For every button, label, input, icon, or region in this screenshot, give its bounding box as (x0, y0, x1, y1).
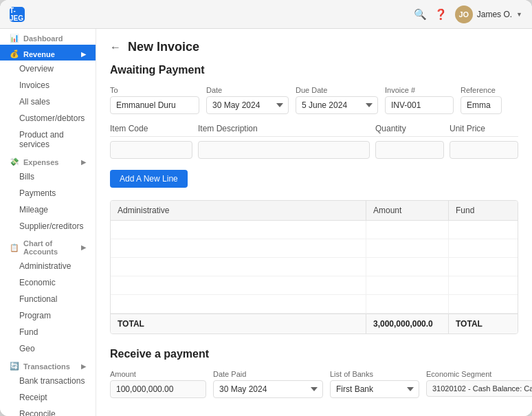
date-paid-col: Date Paid 30 May 2024 (213, 370, 323, 398)
sidebar-sub-invoices[interactable]: Invoices (0, 77, 96, 94)
sidebar-sub-program[interactable]: Program (0, 307, 96, 324)
table-row (110, 141, 518, 159)
sidebar: 📊 Dashboard 💰 Revenue ▶ Overview Invoice… (0, 29, 96, 416)
receive-payment-title: Receive a payment (110, 348, 518, 360)
date-paid-label: Date Paid (213, 370, 323, 378)
sidebar-sub-administrative[interactable]: Administrative (0, 258, 96, 274)
sidebar-sub-functional[interactable]: Functional (0, 291, 96, 307)
admin-row (111, 221, 518, 239)
admin-cell-3-1 (111, 258, 366, 276)
admin-row (111, 276, 518, 295)
logo-icon: T-JEG (10, 7, 25, 22)
admin-cell-4-3 (449, 276, 518, 294)
item-desc-input[interactable] (198, 141, 370, 159)
chart-chevron: ▶ (81, 244, 86, 251)
reference-input[interactable] (461, 96, 502, 114)
dashboard-icon: 📊 (10, 34, 19, 43)
sidebar-label-dashboard: Dashboard (23, 34, 63, 43)
banks-col: List of Banks First Bank (330, 370, 419, 398)
items-table-header: Item Code Item Description Quantity Unit… (110, 124, 518, 137)
search-icon[interactable]: 🔍 (414, 8, 428, 21)
to-input[interactable] (110, 96, 199, 114)
to-field-group: To (110, 86, 199, 114)
sidebar-sub-all-sales[interactable]: All sales (0, 94, 96, 110)
sidebar-sub-overview[interactable]: Overview (0, 61, 96, 77)
amount-label: Amount (110, 370, 206, 378)
amount-col: Amount 100,000,000.00 (110, 370, 206, 398)
sidebar-label-revenue: Revenue (23, 50, 55, 58)
expenses-icon: 💸 (10, 157, 19, 166)
receive-payment-section: Receive a payment Amount 100,000,000.00 … (110, 348, 518, 398)
chart-icon: 📋 (10, 243, 19, 252)
admin-row (111, 239, 518, 258)
admin-cell-2-2 (366, 239, 449, 257)
sidebar-label-transactions: Transactions (23, 362, 70, 371)
sidebar-label-chart: Chart of Accounts (23, 239, 77, 256)
user-avatar: JO (455, 6, 473, 23)
revenue-icon: 💰 (10, 50, 19, 58)
quantity-input[interactable] (375, 141, 444, 159)
sidebar-item-revenue[interactable]: 💰 Revenue ▶ (0, 45, 96, 61)
admin-cell-3-2 (366, 258, 449, 276)
sidebar-sub-bank-transactions[interactable]: Bank transactions (0, 373, 96, 389)
admin-cell-4-1 (111, 276, 366, 294)
sidebar-sub-fund[interactable]: Fund (0, 324, 96, 340)
banks-select[interactable]: First Bank (330, 380, 419, 398)
add-line-button[interactable]: Add A New Line (110, 170, 188, 188)
sidebar-sub-customer-debtors[interactable]: Customer/debtors (0, 110, 96, 127)
to-label: To (110, 86, 199, 94)
sidebar-sub-receipt[interactable]: Receipt (0, 389, 96, 406)
item-code-input[interactable] (110, 141, 192, 159)
due-date-label: Due Date (296, 86, 378, 94)
due-date-select[interactable]: 5 June 2024 (296, 96, 378, 114)
back-button[interactable]: ← (110, 41, 121, 54)
admin-row (111, 295, 518, 314)
sidebar-sub-product-services[interactable]: Product and services (0, 127, 96, 153)
status-title: Awaiting Payment (110, 64, 518, 76)
date-paid-select[interactable]: 30 May 2024 (213, 380, 323, 398)
sidebar-sub-payments[interactable]: Payments (0, 185, 96, 201)
admin-row (111, 258, 518, 276)
admin-cell-2-3 (449, 239, 518, 257)
payment-row: Amount 100,000,000.00 Date Paid 30 May 2… (110, 370, 518, 398)
economic-segment-col: Economic Segment 31020102 - Cash Balance… (426, 370, 532, 398)
transactions-chevron: ▶ (81, 363, 86, 370)
date-field-group: Date 30 May 2024 (206, 86, 289, 114)
admin-cell-1-3 (449, 221, 518, 239)
economic-segment-label: Economic Segment (426, 370, 532, 378)
top-bar: T-JEG 🔍 ❓ JO James O. ▼ (0, 0, 532, 29)
sidebar-item-dashboard[interactable]: 📊 Dashboard (0, 29, 96, 45)
sidebar-sub-reconcile[interactable]: Reconcile (0, 406, 96, 416)
admin-total-label: TOTAL (111, 314, 366, 333)
sidebar-label-expenses: Expenses (23, 158, 58, 166)
content-area: ← New Invoice Awaiting Payment To Date 3… (96, 29, 532, 416)
sidebar-sub-geo[interactable]: Geo (0, 340, 96, 357)
date-select[interactable]: 30 May 2024 (206, 96, 289, 114)
admin-cell-4-2 (366, 276, 449, 294)
reference-field-group: Reference (461, 86, 502, 114)
unit-price-input[interactable] (450, 141, 518, 159)
admin-cell-1-2 (366, 221, 449, 239)
admin-cell-3-3 (449, 258, 518, 276)
sidebar-sub-bills[interactable]: Bills (0, 168, 96, 185)
amount-value: 100,000,000.00 (110, 380, 206, 398)
sidebar-item-transactions[interactable]: 🔄 Transactions ▶ (0, 357, 96, 373)
col-unit-price: Unit Price (450, 124, 518, 133)
invoice-number-input[interactable] (385, 96, 454, 114)
invoice-number-label: Invoice # (385, 86, 454, 94)
user-badge[interactable]: JO James O. ▼ (455, 6, 522, 23)
invoice-form-row: To Date 30 May 2024 Due Date 5 June 2024 (110, 86, 518, 114)
sidebar-sub-supplier-creditors[interactable]: Supplier/creditors (0, 218, 96, 234)
sidebar-sub-economic[interactable]: Economic (0, 274, 96, 291)
top-bar-actions: 🔍 ❓ JO James O. ▼ (414, 6, 522, 23)
sidebar-item-chart-of-accounts[interactable]: 📋 Chart of Accounts ▶ (0, 234, 96, 258)
sidebar-sub-mileage[interactable]: Mileage (0, 201, 96, 218)
col-item-desc: Item Description (198, 124, 370, 133)
admin-total-row: TOTAL 3,000,000,000.0 TOTAL (111, 314, 518, 333)
due-date-field-group: Due Date 5 June 2024 (296, 86, 378, 114)
help-icon[interactable]: ❓ (434, 8, 448, 21)
reference-label: Reference (461, 86, 502, 94)
sidebar-item-expenses[interactable]: 💸 Expenses ▶ (0, 153, 96, 168)
economic-segment-value: 31020102 - Cash Balance: Capital (426, 380, 532, 397)
admin-col-fund: Fund (449, 201, 518, 220)
